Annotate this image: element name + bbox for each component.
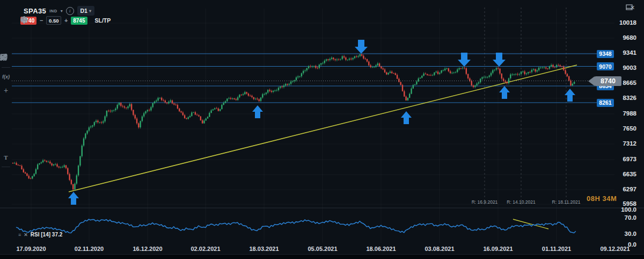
timeframe-dropdown[interactable]: D1 ▾ <box>77 6 94 16</box>
current-price-tag-arrow <box>588 76 595 86</box>
spread-value: 0.50 <box>46 16 61 25</box>
rectangle-tool-icon[interactable] <box>2 113 10 121</box>
text-tool-icon[interactable]: T <box>2 153 10 162</box>
channel-tool-icon[interactable] <box>2 140 10 148</box>
symbol-name: SPA35 <box>24 7 46 15</box>
spread-plus-button[interactable]: + <box>63 17 69 25</box>
sell-signal-arrow-icon <box>458 53 471 67</box>
share-icon[interactable] <box>2 199 10 207</box>
sltp-button[interactable]: SL/TP <box>95 17 111 24</box>
candle-close-countdown: 08H 34M <box>587 195 617 203</box>
market-type-label: IND <box>49 9 57 13</box>
zoom-in-icon[interactable] <box>149 16 158 25</box>
indicators-icon[interactable] <box>128 16 136 25</box>
spread-minus-button[interactable]: − <box>39 17 44 25</box>
symbol-chevron-down-icon[interactable]: ▾ <box>61 9 63 13</box>
buy-signal-arrow-icon <box>499 86 510 99</box>
bottom-scroll-strip[interactable] <box>0 254 644 259</box>
trendline-tool-icon[interactable] <box>2 99 10 108</box>
buy-signal-arrow-icon <box>68 192 79 205</box>
buy-signal-arrow-icon <box>401 111 412 124</box>
buy-signal-arrow-icon <box>252 105 263 118</box>
indicator-settings-icon[interactable] <box>2 172 10 181</box>
timeframe-value: D1 <box>80 8 87 14</box>
function-indicator-icon[interactable]: f(x) <box>2 73 10 81</box>
objects-layers-icon[interactable] <box>2 185 10 194</box>
trading-platform-window: R: 16.9.2021R: 14.10.2021R: 18.11.202193… <box>0 0 644 259</box>
fibonacci-tool-icon[interactable] <box>2 126 10 135</box>
timeframe-chevron-down-icon: ▾ <box>89 9 91 13</box>
sell-signal-arrow-icon <box>355 40 368 54</box>
chart-canvas[interactable] <box>0 0 644 259</box>
rsi-indicator-label: RSI [14] 37.2 <box>31 232 62 238</box>
buy-price-button[interactable]: 8745 <box>71 17 87 25</box>
info-icon[interactable]: i <box>66 7 74 15</box>
pan-move-icon[interactable] <box>160 16 169 25</box>
crosshair-tool-icon[interactable]: + <box>2 86 10 95</box>
chart-type-icon[interactable] <box>117 16 126 25</box>
rsi-remove-icon[interactable]: ✕ <box>24 232 28 238</box>
rsi-settings-icon[interactable]: ≡ <box>18 232 21 238</box>
sell-signal-arrow-icon <box>493 53 506 67</box>
drawing-toolbar: f(x) + T <box>0 54 12 207</box>
zoom-out-icon[interactable] <box>138 16 147 25</box>
current-price-tag: 8740 <box>595 76 621 86</box>
